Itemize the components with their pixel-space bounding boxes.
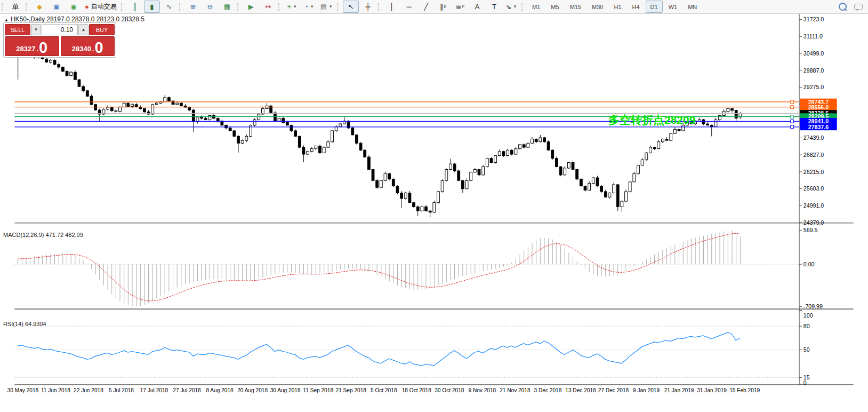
macd-tick-label: 569.5 bbox=[803, 227, 818, 233]
signals-icon-icon: ◉ bbox=[70, 3, 76, 10]
vertical-line-button[interactable]: │ bbox=[384, 1, 400, 13]
date-tick-label: 11 Sep 2018 bbox=[303, 387, 333, 393]
volume-input[interactable]: 0.10 bbox=[42, 24, 78, 35]
candle-body bbox=[359, 143, 362, 150]
candlestick-button[interactable]: ▮ bbox=[144, 1, 160, 13]
candle-body bbox=[396, 186, 399, 193]
line-chart-button[interactable]: ∿ bbox=[161, 1, 177, 13]
tf-h1-button[interactable]: H1 bbox=[609, 1, 626, 13]
level-handle[interactable] bbox=[791, 100, 794, 104]
candle-body bbox=[425, 207, 428, 211]
buy-price-tile[interactable]: 28340.0 bbox=[61, 36, 115, 56]
candle-body bbox=[421, 207, 423, 211]
auto-scroll-button[interactable]: ▶ bbox=[243, 1, 259, 13]
arrows-button[interactable]: ⇘▼ bbox=[503, 1, 519, 13]
rsi-indicator-label: RSI(14) 64.9304 bbox=[3, 321, 46, 327]
level-handle[interactable] bbox=[791, 120, 794, 123]
candle-body bbox=[282, 118, 285, 123]
candle-body bbox=[286, 122, 288, 125]
date-tick-label: 31 Jan 2019 bbox=[697, 387, 727, 393]
chart-surface[interactable]: 31723.031111.030499.029887.029275.028663… bbox=[0, 14, 868, 412]
candle-body bbox=[441, 180, 444, 192]
crosshair-button[interactable]: ┼ bbox=[360, 1, 376, 13]
tf-m15-button[interactable]: M15 bbox=[565, 1, 586, 13]
new-order-button[interactable]: 单 bbox=[7, 1, 23, 13]
chart-shift-button[interactable]: ↦ bbox=[260, 1, 276, 13]
symbol-collapse-icon[interactable]: ▲ bbox=[4, 18, 9, 22]
zoom-in-button[interactable]: ⊕ bbox=[185, 1, 201, 13]
chevron-down-icon[interactable]: ▼ bbox=[513, 4, 517, 9]
toolbar-group-objects-add: +▼◔▼▤▼ bbox=[284, 0, 335, 13]
tf-m30-button[interactable]: M30 bbox=[587, 1, 608, 13]
chevron-down-icon[interactable]: ▼ bbox=[293, 4, 297, 9]
sell-price-main: 28327 bbox=[16, 45, 35, 53]
signals-icon[interactable]: ◉ bbox=[66, 1, 82, 13]
chevron-down-icon[interactable]: ▼ bbox=[310, 4, 314, 9]
candle-body bbox=[82, 86, 85, 91]
autotrading-button[interactable]: ●自动交易 bbox=[83, 1, 119, 13]
candle-body bbox=[527, 143, 529, 147]
volume-increment-button[interactable]: ▲ bbox=[78, 24, 89, 35]
candle-body bbox=[208, 116, 211, 120]
zoom-out-button[interactable]: ⊖ bbox=[202, 1, 218, 13]
tf-m1-button[interactable]: M1 bbox=[527, 1, 545, 13]
sell-price-tile[interactable]: 28327.0 bbox=[5, 36, 59, 56]
tf-h4-button[interactable]: H4 bbox=[628, 1, 645, 13]
vertical-line-icon: │ bbox=[390, 3, 394, 10]
tf-m5-button[interactable]: M5 bbox=[546, 1, 564, 13]
indicators-add-button[interactable]: +▼ bbox=[284, 1, 300, 13]
fibonacci-button[interactable]: ≣F bbox=[452, 1, 468, 13]
candle-body bbox=[58, 65, 60, 67]
candle-body bbox=[678, 129, 680, 131]
tile-windows-button[interactable]: ▦ bbox=[219, 1, 235, 13]
text-label-button[interactable]: T bbox=[486, 1, 502, 13]
indicators-add-icon: + bbox=[287, 3, 292, 10]
candle-body bbox=[657, 142, 660, 149]
tf-mn-button-label: MN bbox=[685, 4, 700, 10]
text-label-icon: T bbox=[492, 3, 496, 10]
chat-icon[interactable] bbox=[854, 4, 863, 10]
candle-body bbox=[310, 149, 313, 152]
market-watch-icon[interactable]: ▣ bbox=[49, 1, 65, 13]
news-icon-icon: ◆ bbox=[37, 3, 42, 10]
trendline-button[interactable]: ╱ bbox=[418, 1, 434, 13]
date-tick-label: 22 Jun 2018 bbox=[74, 387, 103, 393]
periods-button[interactable]: ◔▼ bbox=[301, 1, 317, 13]
tf-mn-button[interactable]: MN bbox=[683, 1, 702, 13]
candle-body bbox=[576, 170, 578, 179]
candle-body bbox=[523, 145, 525, 147]
toolbar-group-timeframes: M1M5M15M30H1H4D1W1MN bbox=[527, 0, 702, 13]
sell-button[interactable]: SELL bbox=[5, 24, 30, 35]
toolbar-grip bbox=[278, 3, 282, 11]
bar-chart-button[interactable]: ║ bbox=[127, 1, 143, 13]
date-tick-label: 5 Oct 2018 bbox=[371, 387, 397, 393]
fibonacci-icon: ≣ bbox=[456, 3, 462, 10]
cursor-button[interactable]: ↖ bbox=[343, 1, 359, 13]
tf-d1-button[interactable]: D1 bbox=[646, 1, 663, 13]
search-icon[interactable] bbox=[839, 3, 847, 11]
volume-decrement-button[interactable]: ▼ bbox=[31, 24, 41, 35]
chevron-down-icon[interactable]: ▼ bbox=[328, 4, 333, 9]
candle-body bbox=[710, 125, 713, 127]
candle-body bbox=[115, 111, 117, 112]
level-handle[interactable] bbox=[791, 115, 794, 118]
candle-body bbox=[559, 167, 562, 175]
level-handle[interactable] bbox=[791, 106, 794, 109]
candle-body bbox=[392, 179, 395, 186]
candle-body bbox=[384, 173, 387, 180]
text-button[interactable]: A bbox=[469, 1, 485, 13]
bar-chart-icon: ║ bbox=[132, 3, 137, 10]
candle-body bbox=[380, 180, 382, 187]
level-handle[interactable] bbox=[791, 125, 794, 129]
horizontal-line-button[interactable]: ─ bbox=[401, 1, 417, 13]
toolbar-grip bbox=[26, 3, 29, 11]
price-tick-label: 25603.0 bbox=[803, 185, 824, 192]
candle-body bbox=[706, 124, 709, 125]
news-icon[interactable]: ◆ bbox=[31, 1, 47, 13]
equidistant-channel-button[interactable]: ∥E bbox=[435, 1, 451, 13]
buy-button[interactable]: BUY bbox=[89, 24, 115, 35]
candle-body bbox=[625, 192, 628, 201]
autotrading-button-label: 自动交易 bbox=[91, 2, 117, 11]
templates-button[interactable]: ▤▼ bbox=[318, 1, 335, 13]
tf-w1-button[interactable]: W1 bbox=[664, 1, 682, 13]
